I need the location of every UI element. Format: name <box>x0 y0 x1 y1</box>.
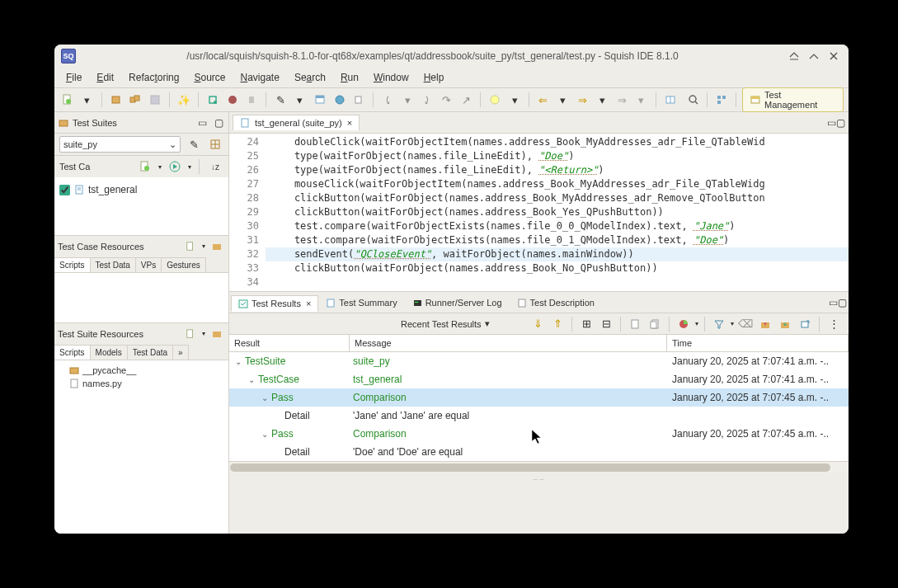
column-time[interactable]: Time <box>667 335 849 351</box>
edit-suite-icon[interactable]: ✎ <box>186 136 202 153</box>
test-checkbox[interactable] <box>59 185 70 195</box>
run-icon[interactable] <box>167 158 183 175</box>
clear-icon[interactable]: ⌫ <box>737 316 754 332</box>
fwd2-dropdown[interactable]: ▾ <box>633 92 650 108</box>
restore-icon[interactable]: ▢ <box>212 117 225 129</box>
sash-handle[interactable]: ⋯⋯ <box>229 473 849 484</box>
list-item-pycache[interactable]: __pycache__ <box>59 364 223 377</box>
close-button[interactable] <box>825 48 842 64</box>
suite-dropdown[interactable]: suite_py⌄ <box>59 136 181 153</box>
pen-dropdown[interactable]: ▾ <box>292 92 308 108</box>
restore-icon[interactable]: ▢ <box>836 117 845 129</box>
step-icon-2[interactable]: ⤸ <box>419 92 435 108</box>
table-row[interactable]: ⌄TestCasetst_generalJanuary 20, 2025 at … <box>229 370 849 388</box>
tab-testdata[interactable]: Test Data <box>90 257 136 272</box>
table-row[interactable]: ⌄TestSuitesuite_pyJanuary 20, 2025 at 7:… <box>229 352 849 370</box>
menu-help[interactable]: Help <box>417 70 451 85</box>
menu-edit[interactable]: Edit <box>90 70 120 85</box>
pen-icon[interactable]: ✎ <box>272 92 289 108</box>
new-resource-icon[interactable] <box>182 326 199 342</box>
save-icon[interactable] <box>147 92 163 108</box>
folder-up-icon[interactable] <box>757 316 773 332</box>
folder-icon[interactable] <box>209 238 225 255</box>
grid-icon[interactable] <box>207 136 223 153</box>
back-dropdown[interactable]: ▾ <box>555 92 571 108</box>
filter-icon[interactable] <box>711 316 727 332</box>
app-window-icon[interactable] <box>312 92 328 108</box>
pause-dropdown[interactable]: ▾ <box>506 92 523 108</box>
step-icon-1[interactable]: ⤹ <box>379 92 396 108</box>
maximize-button[interactable] <box>806 48 822 64</box>
step-dropdown[interactable]: ▾ <box>399 92 416 108</box>
fwd2-arrow-icon[interactable]: ⇒ <box>614 92 630 108</box>
doc-icon[interactable] <box>627 316 643 332</box>
minimize-icon[interactable]: ▭ <box>829 297 838 308</box>
tab-gestures[interactable]: Gestures <box>161 257 206 272</box>
tab-vps[interactable]: VPs <box>135 257 162 272</box>
minimize-button[interactable] <box>786 48 802 64</box>
close-tab-icon[interactable]: × <box>347 118 352 128</box>
globe-icon[interactable] <box>331 92 348 108</box>
tab-more[interactable]: » <box>172 345 189 360</box>
doc2-icon[interactable] <box>646 316 663 332</box>
restore-icon[interactable]: ▢ <box>838 297 847 308</box>
column-message[interactable]: Message <box>350 335 667 351</box>
tab-runner-log[interactable]: Runner/Server Log <box>405 294 510 311</box>
menu-search[interactable]: Search <box>288 70 332 85</box>
menu-file[interactable]: File <box>59 70 88 85</box>
expand-icon[interactable]: ⊞ <box>578 316 595 332</box>
close-tab-icon[interactable]: × <box>306 299 311 308</box>
back-arrow-icon[interactable]: ⇐ <box>535 92 552 108</box>
tab-scripts[interactable]: Scripts <box>54 345 91 360</box>
box-icon[interactable] <box>108 92 125 108</box>
folder-down-icon[interactable] <box>777 316 793 332</box>
pie-icon[interactable] <box>675 316 692 332</box>
layout-icon[interactable] <box>662 92 679 108</box>
editor-tab-tst-general[interactable]: tst_general (suite_py) × <box>233 115 360 130</box>
breakpoint-icon[interactable] <box>205 92 221 108</box>
folder-icon[interactable] <box>209 326 225 342</box>
minimize-icon[interactable]: ▭ <box>827 117 836 129</box>
menu-navigate[interactable]: Navigate <box>234 70 286 85</box>
new-resource-icon[interactable] <box>182 238 199 255</box>
menu-run[interactable]: Run <box>334 70 365 85</box>
menu-dots-icon[interactable]: ⋮ <box>825 316 842 332</box>
menu-window[interactable]: Window <box>367 70 416 85</box>
wand-icon[interactable]: ✨ <box>176 92 192 108</box>
list-item-names[interactable]: names.py <box>59 377 223 390</box>
collapse-icon[interactable]: ⊟ <box>598 316 614 332</box>
step-icon-3[interactable]: ↷ <box>439 92 455 108</box>
code-area[interactable]: doubleClick(waitForObjectItem(names.addr… <box>266 134 849 291</box>
menu-refactoring[interactable]: Refactoring <box>122 70 186 85</box>
up-arrow-icon[interactable]: ⇑ <box>549 316 566 332</box>
recent-results-dropdown[interactable]: Recent Test Results ▾ <box>401 318 490 329</box>
test-management-button[interactable]: Test Management <box>742 87 843 112</box>
search-icon[interactable] <box>685 92 702 108</box>
menu-source[interactable]: Source <box>187 70 232 85</box>
play-icon[interactable] <box>243 92 260 108</box>
minimize-icon[interactable]: ▭ <box>195 117 209 129</box>
sort-icon[interactable]: ↓z <box>207 158 223 175</box>
copy-icon[interactable] <box>351 92 368 108</box>
table-row[interactable]: ⌄PassComparisonJanuary 20, 2025 at 7:07:… <box>229 425 849 443</box>
table-row[interactable]: ⌄PassComparisonJanuary 20, 2025 at 7:07:… <box>229 388 849 407</box>
tab-models[interactable]: Models <box>90 345 128 360</box>
fwd-arrow-icon[interactable]: ⇒ <box>575 92 591 108</box>
fwd-dropdown[interactable]: ▾ <box>594 92 610 108</box>
new-test-icon[interactable] <box>137 158 153 175</box>
tab-scripts[interactable]: Scripts <box>54 257 91 272</box>
tab-testdata[interactable]: Test Data <box>127 345 173 360</box>
column-result[interactable]: Result <box>229 335 350 351</box>
record-icon[interactable] <box>224 92 241 108</box>
code-editor[interactable]: 2425262728293031323334 doubleClick(waitF… <box>229 134 849 292</box>
table-row[interactable]: Detail'Jane' and 'Jane' are equal <box>229 407 849 425</box>
components-icon[interactable] <box>713 92 730 108</box>
step-icon-4[interactable]: ↗ <box>458 92 475 108</box>
tab-test-description[interactable]: Test Description <box>510 294 602 311</box>
new-dropdown[interactable]: ▾ <box>79 92 96 108</box>
horizontal-scrollbar[interactable] <box>229 461 849 473</box>
down-arrow-icon[interactable]: ⇓ <box>529 316 546 332</box>
pause-icon[interactable] <box>487 92 503 108</box>
export-icon[interactable] <box>797 316 813 332</box>
table-row[interactable]: Detail'Doe' and 'Doe' are equal <box>229 443 849 461</box>
